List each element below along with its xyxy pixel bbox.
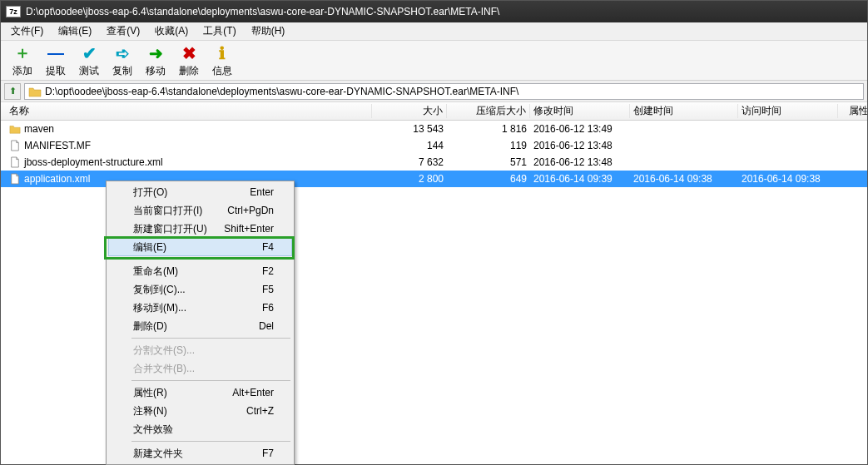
- context-item-label: 删除(D): [133, 319, 167, 334]
- context-item-label: 文件效验: [133, 423, 173, 437]
- menu-item-2[interactable]: 查看(V): [100, 22, 146, 40]
- toolbar-label: 添加: [6, 64, 39, 78]
- cell-accessed: 2016-06-14 09:38: [738, 173, 838, 185]
- menu-item-1[interactable]: 编辑(E): [52, 22, 98, 40]
- toolbar-label: 提取: [39, 64, 72, 78]
- cell-name: maven: [6, 123, 372, 135]
- file-name: application.xml: [24, 173, 90, 185]
- address-input[interactable]: D:\opt\oodee\jboss-eap-6.4\standalone\de…: [24, 83, 864, 100]
- cell-size: 7 632: [372, 156, 447, 168]
- cell-created: 2016-06-14 09:38: [630, 173, 738, 185]
- toolbar-复制[interactable]: ➪复制: [106, 43, 139, 78]
- menu-item-0[interactable]: 文件(F): [4, 22, 50, 40]
- context-menu: 打开(O)Enter当前窗口打开(I)Ctrl+PgDn新建窗口打开(U)Shi…: [106, 181, 295, 465]
- window-title: D:\opt\oodee\jboss-eap-6.4\standalone\de…: [26, 6, 862, 17]
- menu-item-4[interactable]: 工具(T): [196, 22, 242, 40]
- cell-packed: 119: [447, 140, 530, 151]
- context-item-shortcut: Enter: [250, 186, 274, 198]
- context-item-shortcut: F2: [262, 265, 274, 277]
- toolbar-移动[interactable]: ➜移动: [139, 43, 172, 78]
- cell-packed: 571: [447, 156, 530, 168]
- context-item-label: 注释(N): [133, 404, 167, 418]
- toolbar-label: 删除: [172, 64, 206, 78]
- context-item-5[interactable]: 重命名(M)F2: [108, 262, 292, 280]
- context-item-label: 移动到(M)...: [133, 301, 186, 315]
- menu-item-3[interactable]: 收藏(A): [148, 22, 195, 40]
- file-name: maven: [24, 123, 54, 135]
- cell-modified: 2016-06-12 13:49: [530, 123, 630, 135]
- context-item-shortcut: Shift+Enter: [224, 223, 274, 235]
- context-item-label: 复制到(C)...: [133, 283, 186, 297]
- col-accessed[interactable]: 访问时间: [738, 104, 838, 118]
- context-item-shortcut: F4: [262, 241, 274, 253]
- xml-icon: [9, 173, 21, 185]
- context-item-label: 编辑(E): [133, 240, 166, 255]
- minus-icon: —: [39, 43, 72, 63]
- info-icon: ℹ: [206, 43, 239, 63]
- toolbar-信息[interactable]: ℹ信息: [206, 43, 239, 78]
- menu-separator: [131, 380, 290, 381]
- column-headers[interactable]: 名称 大小 压缩后大小 修改时间 创建时间 访问时间 属性: [1, 102, 867, 121]
- context-item-label: 打开(O): [133, 186, 167, 200]
- context-item-11: 合并文件(B)...: [108, 359, 292, 378]
- context-item-14[interactable]: 注释(N)Ctrl+Z: [108, 402, 292, 420]
- col-size[interactable]: 大小: [372, 104, 447, 118]
- plus-icon: ＋: [6, 43, 39, 63]
- col-attr[interactable]: 属性: [846, 104, 868, 118]
- context-item-shortcut: Ctrl+PgDn: [227, 205, 274, 216]
- cell-packed: 649: [447, 173, 530, 185]
- toolbar-提取[interactable]: —提取: [39, 43, 72, 78]
- context-item-label: 重命名(M): [133, 265, 178, 279]
- context-item-shortcut: F6: [262, 302, 274, 314]
- context-item-2[interactable]: 新建窗口打开(U)Shift+Enter: [108, 220, 292, 238]
- app-icon: 7z: [6, 6, 21, 17]
- context-item-15[interactable]: 文件效验: [108, 420, 292, 438]
- context-item-0[interactable]: 打开(O)Enter: [108, 183, 292, 201]
- context-item-label: 合并文件(B)...: [133, 362, 195, 376]
- cell-packed: 1 816: [447, 123, 530, 135]
- context-item-8[interactable]: 删除(D)Del: [108, 317, 292, 335]
- cell-name: jboss-deployment-structure.xml: [6, 156, 372, 168]
- folder-icon: [9, 123, 21, 135]
- cell-modified: 2016-06-12 13:48: [530, 140, 630, 151]
- toolbar: ＋添加—提取✔测试➪复制➜移动✖删除ℹ信息: [1, 41, 867, 81]
- context-item-label: 分割文件(S)...: [133, 344, 195, 358]
- file-name: MANIFEST.MF: [24, 140, 91, 151]
- toolbar-删除[interactable]: ✖删除: [172, 43, 206, 78]
- context-item-1[interactable]: 当前窗口打开(I)Ctrl+PgDn: [108, 201, 292, 220]
- context-item-6[interactable]: 复制到(C)...F5: [108, 280, 292, 299]
- context-item-13[interactable]: 属性(R)Alt+Enter: [108, 383, 292, 402]
- menu-item-5[interactable]: 帮助(H): [245, 22, 292, 40]
- up-button[interactable]: ⬆: [4, 83, 21, 100]
- context-item-3[interactable]: 编辑(E)F4: [108, 238, 292, 256]
- copy-arrow-icon: ➪: [106, 43, 139, 63]
- context-item-shortcut: Alt+Enter: [232, 387, 274, 398]
- context-item-label: 当前窗口打开(I): [133, 204, 202, 218]
- toolbar-label: 复制: [106, 64, 139, 78]
- context-item-7[interactable]: 移动到(M)...F6: [108, 299, 292, 317]
- col-created[interactable]: 创建时间: [630, 104, 738, 118]
- context-item-shortcut: Ctrl+Z: [246, 405, 274, 417]
- col-packed[interactable]: 压缩后大小: [447, 104, 530, 118]
- context-item-17[interactable]: 新建文件夹F7: [108, 444, 292, 463]
- address-text: D:\opt\oodee\jboss-eap-6.4\standalone\de…: [45, 86, 860, 97]
- cell-size: 144: [372, 140, 447, 151]
- toolbar-label: 测试: [72, 64, 106, 78]
- context-item-label: 新建文件夹: [133, 447, 183, 461]
- xml-icon: [9, 156, 21, 168]
- cell-modified: 2016-06-12 13:48: [530, 156, 630, 168]
- cell-size: 2 800: [372, 173, 447, 185]
- menu-separator: [131, 441, 290, 442]
- txt-icon: [9, 140, 21, 151]
- list-row[interactable]: maven13 5431 8162016-06-12 13:49D: [1, 121, 867, 137]
- list-row[interactable]: MANIFEST.MF1441192016-06-12 13:48: [1, 137, 867, 154]
- toolbar-添加[interactable]: ＋添加: [6, 43, 39, 78]
- col-name[interactable]: 名称: [6, 104, 372, 118]
- menubar: 文件(F)编辑(E)查看(V)收藏(A)工具(T)帮助(H): [1, 22, 867, 41]
- col-modified[interactable]: 修改时间: [530, 104, 630, 118]
- cell-size: 13 543: [372, 123, 447, 135]
- list-row[interactable]: jboss-deployment-structure.xml7 63257120…: [1, 154, 867, 171]
- context-item-shortcut: F7: [262, 448, 274, 459]
- toolbar-label: 移动: [139, 64, 172, 78]
- toolbar-测试[interactable]: ✔测试: [72, 43, 106, 78]
